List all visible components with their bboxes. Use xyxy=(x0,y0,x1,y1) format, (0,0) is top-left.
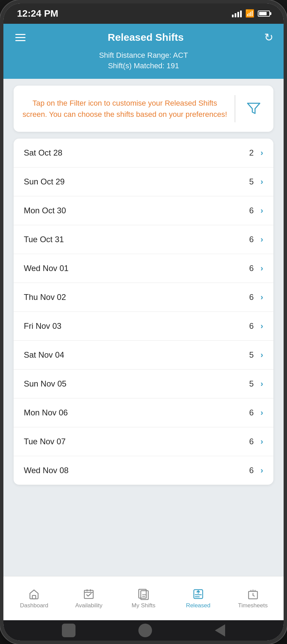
bottom-nav: Dashboard Availability My Shifts xyxy=(3,576,284,620)
filter-divider xyxy=(235,95,235,122)
signal-bars-icon xyxy=(232,10,242,17)
nav-label-my-shifts: My Shifts xyxy=(132,602,155,609)
timesheets-icon xyxy=(247,588,259,600)
shift-date: Tue Nov 07 xyxy=(24,437,66,446)
shift-count: 6 xyxy=(249,235,254,244)
home-icon xyxy=(28,588,40,600)
shift-row[interactable]: Wed Nov 086› xyxy=(14,456,273,485)
shift-count: 5 xyxy=(249,350,254,360)
app-header: Released Shifts ↻ Shift Distance Range: … xyxy=(3,24,284,79)
shifts-list: Sat Oct 282›Sun Oct 295›Mon Oct 306›Tue … xyxy=(14,139,273,485)
svg-rect-1 xyxy=(84,590,93,598)
shift-date: Mon Nov 06 xyxy=(24,408,68,417)
refresh-icon[interactable]: ↻ xyxy=(264,31,273,44)
chevron-right-icon: › xyxy=(260,379,263,389)
shift-count: 5 xyxy=(249,177,254,186)
nav-label-availability: Availability xyxy=(75,602,102,609)
released-icon xyxy=(192,588,204,600)
svg-rect-0 xyxy=(32,595,36,599)
phone-frame: 12:24 PM 📶 Released Shifts ↻ xyxy=(0,0,287,644)
shift-row[interactable]: Sun Nov 055› xyxy=(14,370,273,398)
shift-row[interactable]: Mon Oct 306› xyxy=(14,196,273,225)
nav-item-dashboard[interactable]: Dashboard xyxy=(7,576,62,620)
shift-date: Tue Oct 31 xyxy=(24,235,64,244)
shift-date: Sat Nov 04 xyxy=(24,350,64,360)
home-circle-button[interactable] xyxy=(138,624,152,637)
main-content: Tap on the Filter icon to customise your… xyxy=(3,79,284,576)
battery-icon xyxy=(258,11,270,17)
shift-date: Thu Nov 02 xyxy=(24,292,66,302)
nav-label-dashboard: Dashboard xyxy=(20,602,48,609)
availability-icon xyxy=(83,588,95,600)
nav-item-availability[interactable]: Availability xyxy=(62,576,116,620)
chevron-right-icon: › xyxy=(260,321,263,331)
phone-inner: 12:24 PM 📶 Released Shifts ↻ xyxy=(3,3,284,641)
nav-label-released: Released xyxy=(186,602,210,609)
page-title: Released Shifts xyxy=(108,32,184,43)
header-subtitle: Shift Distance Range: ACT Shift(s) Match… xyxy=(14,51,273,79)
funnel-icon xyxy=(246,100,262,118)
shift-count: 6 xyxy=(249,264,254,273)
chevron-right-icon: › xyxy=(260,408,263,417)
chevron-right-icon: › xyxy=(260,206,263,215)
filter-card: Tap on the Filter icon to customise your… xyxy=(14,86,273,132)
chevron-right-icon: › xyxy=(260,235,263,244)
shift-row[interactable]: Sun Oct 295› xyxy=(14,167,273,196)
status-icons: 📶 xyxy=(232,9,270,18)
chevron-right-icon: › xyxy=(260,148,263,158)
shift-date: Fri Nov 03 xyxy=(24,321,62,331)
nav-item-released[interactable]: Released xyxy=(171,576,225,620)
status-time: 12:24 PM xyxy=(17,8,58,19)
shift-count: 6 xyxy=(249,321,254,331)
shift-row[interactable]: Wed Nov 016› xyxy=(14,254,273,283)
nav-item-timesheets[interactable]: Timesheets xyxy=(225,576,280,620)
shift-row[interactable]: Thu Nov 026› xyxy=(14,283,273,312)
shift-date: Mon Oct 30 xyxy=(24,206,66,215)
chevron-right-icon: › xyxy=(260,466,263,475)
shift-date: Wed Nov 08 xyxy=(24,466,69,475)
shift-count: 2 xyxy=(249,148,254,158)
shift-row[interactable]: Tue Nov 076› xyxy=(14,427,273,456)
distance-range-label: Shift Distance Range: ACT xyxy=(14,51,273,60)
shift-count: 6 xyxy=(249,206,254,215)
nav-label-timesheets: Timesheets xyxy=(238,602,268,609)
shift-count: 6 xyxy=(249,292,254,302)
status-bar: 12:24 PM 📶 xyxy=(3,3,284,24)
wifi-icon: 📶 xyxy=(245,9,254,18)
home-square-button[interactable] xyxy=(62,624,75,637)
shift-row[interactable]: Sat Nov 045› xyxy=(14,341,273,370)
shifts-matched-label: Shift(s) Matched: 191 xyxy=(14,61,273,70)
chevron-right-icon: › xyxy=(260,292,263,302)
filter-icon[interactable] xyxy=(242,96,265,121)
shift-date: Wed Nov 01 xyxy=(24,264,69,273)
chevron-right-icon: › xyxy=(260,437,263,446)
nav-item-my-shifts[interactable]: My Shifts xyxy=(116,576,171,620)
shift-row[interactable]: Sat Oct 282› xyxy=(14,139,273,167)
chevron-right-icon: › xyxy=(260,264,263,273)
chevron-right-icon: › xyxy=(260,350,263,360)
shift-date: Sun Oct 29 xyxy=(24,177,65,186)
shift-count: 6 xyxy=(249,437,254,446)
shift-count: 6 xyxy=(249,466,254,475)
shift-count: 5 xyxy=(249,379,254,389)
chevron-right-icon: › xyxy=(260,177,263,186)
header-top: Released Shifts ↻ xyxy=(14,24,273,51)
shift-row[interactable]: Mon Nov 066› xyxy=(14,398,273,427)
shift-date: Sun Nov 05 xyxy=(24,379,66,389)
menu-icon[interactable] xyxy=(14,32,27,43)
filter-hint-text: Tap on the Filter icon to customise your… xyxy=(22,97,228,120)
home-back-button[interactable] xyxy=(215,624,225,637)
my-shifts-icon xyxy=(137,588,150,600)
home-bar xyxy=(3,620,284,641)
shift-row[interactable]: Tue Oct 316› xyxy=(14,225,273,254)
shift-count: 6 xyxy=(249,408,254,417)
shift-row[interactable]: Fri Nov 036› xyxy=(14,312,273,341)
shift-date: Sat Oct 28 xyxy=(24,148,62,158)
